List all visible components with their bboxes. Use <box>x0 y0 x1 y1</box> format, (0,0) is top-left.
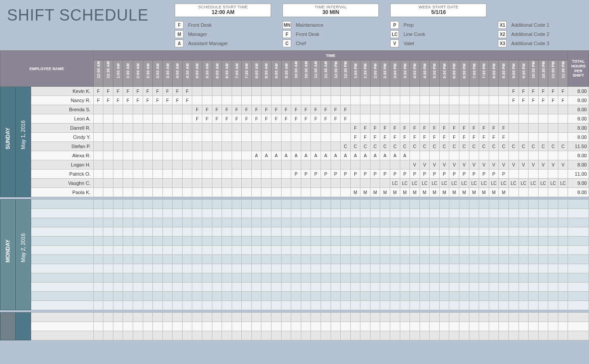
shift-cell[interactable] <box>420 331 430 340</box>
shift-cell[interactable] <box>380 331 390 340</box>
shift-cell[interactable]: LC <box>518 179 529 188</box>
shift-cell[interactable] <box>242 87 252 96</box>
shift-cell[interactable] <box>103 105 113 114</box>
shift-cell[interactable]: F <box>548 87 558 96</box>
shift-cell[interactable]: A <box>291 151 301 160</box>
shift-cell[interactable] <box>479 246 489 255</box>
shift-cell[interactable] <box>469 218 479 227</box>
shift-cell[interactable] <box>113 283 123 292</box>
shift-cell[interactable] <box>291 264 301 273</box>
shift-cell[interactable] <box>321 160 331 170</box>
shift-cell[interactable] <box>93 331 103 340</box>
shift-cell[interactable]: V <box>410 160 420 170</box>
shift-cell[interactable] <box>499 264 509 273</box>
shift-cell[interactable] <box>192 218 202 227</box>
shift-cell[interactable] <box>123 160 133 170</box>
shift-cell[interactable] <box>232 179 242 188</box>
shift-cell[interactable] <box>232 301 242 310</box>
shift-cell[interactable] <box>469 255 479 264</box>
shift-cell[interactable] <box>133 151 143 160</box>
shift-cell[interactable] <box>272 227 282 237</box>
shift-cell[interactable] <box>459 283 469 292</box>
shift-cell[interactable] <box>272 246 282 255</box>
shift-cell[interactable] <box>281 133 291 142</box>
shift-cell[interactable]: F <box>430 133 440 142</box>
shift-cell[interactable] <box>301 283 311 292</box>
shift-cell[interactable] <box>281 273 291 283</box>
shift-cell[interactable] <box>93 273 103 283</box>
shift-cell[interactable] <box>261 124 272 133</box>
shift-cell[interactable] <box>508 133 518 142</box>
shift-cell[interactable] <box>202 273 212 283</box>
shift-cell[interactable] <box>529 170 539 179</box>
shift-cell[interactable]: F <box>499 124 509 133</box>
shift-cell[interactable] <box>291 246 301 255</box>
shift-cell[interactable] <box>93 292 103 301</box>
shift-cell[interactable] <box>272 179 282 188</box>
shift-cell[interactable] <box>410 237 420 246</box>
employee-name[interactable] <box>31 273 93 283</box>
shift-cell[interactable] <box>341 160 351 170</box>
shift-cell[interactable]: F <box>133 96 143 105</box>
shift-cell[interactable] <box>321 96 331 105</box>
shift-cell[interactable] <box>301 301 311 310</box>
shift-cell[interactable] <box>291 179 301 188</box>
shift-cell[interactable] <box>123 179 133 188</box>
shift-cell[interactable] <box>192 255 202 264</box>
shift-cell[interactable] <box>113 151 123 160</box>
shift-cell[interactable] <box>281 264 291 273</box>
shift-cell[interactable] <box>370 114 380 124</box>
shift-cell[interactable] <box>548 273 558 283</box>
shift-cell[interactable]: F <box>390 133 400 142</box>
shift-cell[interactable] <box>261 209 272 218</box>
shift-cell[interactable] <box>390 246 400 255</box>
shift-cell[interactable] <box>232 292 242 301</box>
shift-cell[interactable] <box>251 273 261 283</box>
shift-cell[interactable] <box>508 283 518 292</box>
shift-cell[interactable]: LC <box>459 179 469 188</box>
shift-cell[interactable] <box>350 200 360 209</box>
shift-cell[interactable] <box>331 96 341 105</box>
shift-cell[interactable] <box>133 218 143 227</box>
shift-cell[interactable]: F <box>311 105 321 114</box>
shift-cell[interactable]: A <box>311 151 321 160</box>
shift-cell[interactable] <box>291 96 301 105</box>
shift-cell[interactable] <box>430 87 440 96</box>
shift-cell[interactable] <box>162 264 173 273</box>
shift-cell[interactable] <box>143 200 153 209</box>
shift-cell[interactable] <box>301 322 311 331</box>
shift-cell[interactable] <box>153 227 163 237</box>
shift-cell[interactable] <box>222 179 232 188</box>
shift-cell[interactable] <box>173 283 183 292</box>
shift-cell[interactable]: P <box>291 170 301 179</box>
shift-cell[interactable] <box>518 124 529 133</box>
param-box-2[interactable]: WEEK START DATE5/1/16 <box>390 4 487 17</box>
shift-cell[interactable] <box>182 264 192 273</box>
shift-cell[interactable]: LC <box>420 179 430 188</box>
shift-cell[interactable] <box>113 218 123 227</box>
shift-cell[interactable] <box>469 313 479 322</box>
shift-cell[interactable] <box>242 218 252 227</box>
shift-cell[interactable] <box>212 218 222 227</box>
shift-cell[interactable] <box>331 322 341 331</box>
shift-cell[interactable] <box>202 96 212 105</box>
shift-cell[interactable]: F <box>380 133 390 142</box>
shift-cell[interactable] <box>538 105 548 114</box>
shift-cell[interactable] <box>321 264 331 273</box>
shift-cell[interactable] <box>459 151 469 160</box>
shift-cell[interactable] <box>192 142 202 151</box>
shift-cell[interactable] <box>143 313 153 322</box>
employee-name[interactable]: Paola K. <box>31 188 93 197</box>
shift-cell[interactable]: F <box>360 133 370 142</box>
shift-cell[interactable] <box>331 200 341 209</box>
shift-cell[interactable]: P <box>380 170 390 179</box>
shift-cell[interactable]: C <box>469 142 479 151</box>
shift-cell[interactable] <box>529 105 539 114</box>
shift-cell[interactable] <box>272 322 282 331</box>
shift-cell[interactable] <box>202 218 212 227</box>
shift-cell[interactable] <box>449 273 459 283</box>
shift-cell[interactable] <box>173 209 183 218</box>
shift-cell[interactable]: F <box>222 114 232 124</box>
shift-cell[interactable] <box>410 87 420 96</box>
shift-cell[interactable]: M <box>400 188 410 197</box>
